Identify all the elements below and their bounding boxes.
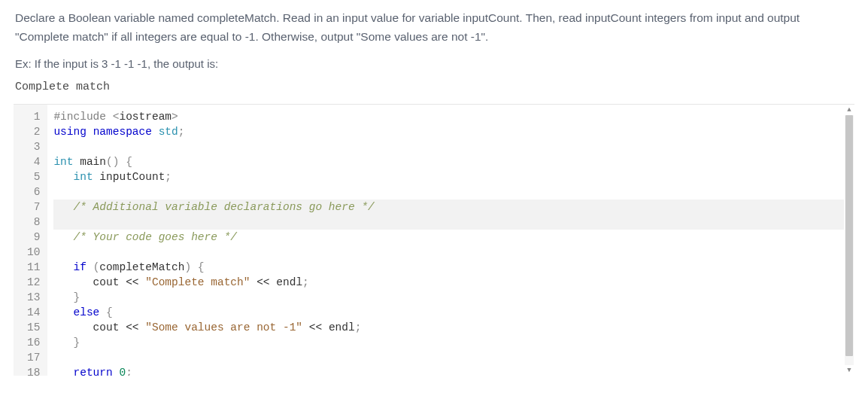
line-number: 15	[27, 320, 40, 335]
line-number: 14	[27, 305, 40, 320]
code-line[interactable]	[53, 215, 844, 230]
line-number: 7	[27, 200, 40, 215]
code-line[interactable]: using namespace std;	[53, 124, 844, 139]
code-line[interactable]	[53, 139, 844, 154]
vertical-scrollbar[interactable]: ▲ ▼	[844, 105, 854, 376]
line-number: 13	[27, 290, 40, 305]
scroll-up-arrow-icon[interactable]: ▲	[844, 105, 854, 115]
code-line[interactable]: /* Your code goes here */	[53, 230, 844, 245]
line-number: 18	[27, 365, 40, 376]
line-number: 16	[27, 335, 40, 350]
code-area[interactable]: #include <iostream>using namespace std; …	[47, 105, 844, 376]
line-number: 11	[27, 260, 40, 275]
code-line[interactable]: cout << "Some values are not -1" << endl…	[53, 320, 844, 335]
code-line[interactable]: return 0;	[53, 365, 844, 376]
code-editor[interactable]: 123456789101112131415161718 #include <io…	[14, 104, 854, 376]
line-number: 10	[27, 245, 40, 260]
code-line[interactable]: else {	[53, 305, 844, 320]
line-number: 9	[27, 230, 40, 245]
code-line[interactable]: }	[53, 290, 844, 305]
code-line[interactable]: }	[53, 335, 844, 350]
example-output: Complete match	[0, 73, 868, 104]
line-number: 3	[27, 139, 40, 154]
line-number: 8	[27, 215, 40, 230]
scrollbar-thumb[interactable]	[845, 115, 853, 356]
problem-instructions: Declare a Boolean variable named complet…	[0, 0, 868, 51]
line-number: 2	[27, 124, 40, 139]
line-number: 6	[27, 184, 40, 200]
line-number-gutter: 123456789101112131415161718	[14, 105, 47, 376]
line-number: 4	[27, 154, 40, 169]
code-line[interactable]: cout << "Complete match" << endl;	[53, 275, 844, 290]
code-line[interactable]: #include <iostream>	[53, 109, 844, 124]
example-intro: Ex: If the input is 3 -1 -1 -1, the outp…	[0, 51, 868, 73]
line-number: 17	[27, 350, 40, 365]
scroll-down-arrow-icon[interactable]: ▼	[844, 365, 854, 376]
code-line[interactable]	[53, 350, 844, 365]
code-line[interactable]: /* Additional variable declarations go h…	[53, 200, 844, 215]
code-line[interactable]: if (completeMatch) {	[53, 260, 844, 275]
line-number: 5	[27, 169, 40, 184]
line-number: 12	[27, 275, 40, 290]
code-line[interactable]	[53, 184, 844, 200]
code-line[interactable]: int main() {	[53, 154, 844, 169]
line-number: 1	[27, 109, 40, 124]
code-line[interactable]	[53, 245, 844, 260]
code-line[interactable]: int inputCount;	[53, 169, 844, 184]
